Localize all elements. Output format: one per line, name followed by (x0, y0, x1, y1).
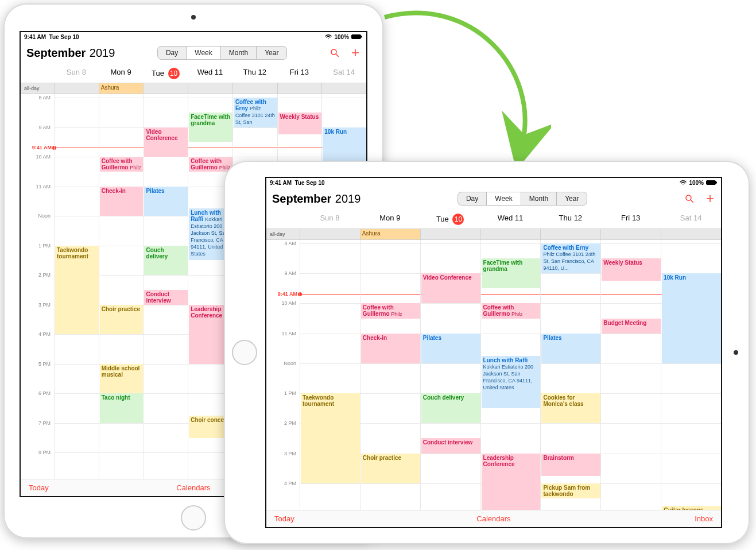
day-column[interactable]: Video ConferencePilatesCouch deliveryCon… (420, 240, 480, 510)
today-button[interactable]: Today (29, 483, 49, 492)
calendar-event[interactable]: Video Conference (144, 127, 188, 157)
add-icon[interactable] (705, 193, 715, 204)
today-button[interactable]: Today (274, 514, 294, 523)
calendar-event[interactable]: Couch delivery (421, 393, 480, 423)
status-bar: 9:41 AM Tue Sep 10100% (21, 32, 366, 41)
search-icon[interactable] (684, 193, 695, 204)
add-icon[interactable] (350, 48, 360, 58)
day-header[interactable]: Wed 11 (188, 64, 232, 83)
calendar-event[interactable]: Brainstorm (541, 454, 600, 476)
calendar-event[interactable]: Choir practice (361, 454, 420, 483)
day-header[interactable]: Thu 12 (232, 64, 277, 83)
seg-week[interactable]: Week (187, 47, 220, 59)
day-header[interactable]: Sun 8 (300, 210, 360, 228)
seg-year[interactable]: Year (257, 47, 286, 59)
calendar-event[interactable]: Weekly Status (602, 258, 661, 281)
home-button[interactable] (181, 505, 206, 530)
calendar-event[interactable]: Pilates (144, 187, 188, 216)
status-date: Tue Sep 10 (49, 34, 79, 40)
calendar-event[interactable]: Conduct interview (144, 290, 188, 305)
calendar-event[interactable]: FaceTime with grandma (189, 113, 232, 142)
calendar-event[interactable]: Guitar lessons (662, 506, 721, 510)
allday-cell (277, 83, 322, 94)
home-button[interactable] (232, 340, 257, 365)
day-column[interactable]: 10k RunGuitar lessons (661, 240, 721, 510)
seg-year[interactable]: Year (557, 192, 587, 205)
allday-cell[interactable]: Ashura (99, 83, 144, 94)
calendar-event[interactable]: Cookies for Monica's class (541, 393, 600, 423)
calendar-event[interactable]: Check-in (100, 187, 144, 216)
inbox-button[interactable]: Inbox (695, 514, 713, 523)
calendar-event[interactable]: Coffee with Guillermo Philz Coffee (100, 157, 144, 172)
seg-month[interactable]: Month (521, 192, 557, 205)
day-column[interactable]: Video ConferencePilatesCouch deliveryCon… (143, 94, 188, 479)
seg-day[interactable]: Day (458, 192, 487, 205)
camera-dot (191, 15, 196, 20)
status-left: 9:41 AM Tue Sep 10 (270, 180, 325, 186)
view-segmented-control[interactable]: DayWeekMonthYear (157, 46, 287, 60)
hour-label: 1 PM (284, 390, 296, 396)
day-headers: Sun 8Mon 9Tue 10Wed 11Thu 12Fri 13Sat 14 (21, 64, 366, 83)
calendar-event[interactable]: Coffee with Guillermo Philz Coffee (361, 303, 420, 318)
calendar-event[interactable]: Pickup Sam from taekwondo (541, 483, 600, 498)
calendar-event[interactable]: FaceTime with grandma (482, 258, 541, 288)
calendar-event[interactable]: Video Conference (421, 273, 480, 303)
day-header[interactable]: Wed 11 (480, 210, 541, 228)
bottom-toolbar: TodayCalendarsInbox (266, 510, 721, 527)
status-right: 100% (325, 34, 363, 40)
battery-icon (706, 180, 718, 185)
calendar-event[interactable]: 10k Run (662, 273, 721, 363)
day-column[interactable]: Taekwondo tournament (300, 240, 360, 510)
day-column[interactable]: Coffee with Guillermo Philz CoffeeCheck-… (360, 240, 420, 510)
status-date: Tue Sep 10 (295, 180, 325, 186)
calendar-event[interactable]: Leadership Conference (482, 454, 541, 510)
calendar-event[interactable]: Coffee with Erny Philz Coffee 3101 24th … (541, 243, 600, 273)
day-column[interactable]: FaceTime with grandmaCoffee with Guiller… (480, 240, 541, 510)
day-header[interactable]: Tue 10 (420, 210, 480, 228)
day-header[interactable]: Fri 13 (600, 210, 661, 228)
calendar-event[interactable]: Pilates (541, 334, 600, 363)
day-column[interactable]: Taekwondo tournament (54, 94, 99, 479)
calendar-grid[interactable]: 8 AM9 AM10 AM11 AMNoon1 PM2 PM3 PM4 PM9:… (266, 240, 721, 510)
view-segmented-control[interactable]: DayWeekMonthYear (458, 192, 587, 206)
day-column[interactable]: Weekly StatusBudget Meeting (600, 240, 661, 510)
day-header[interactable]: Thu 12 (540, 210, 600, 228)
day-header[interactable]: Sat 14 (321, 64, 366, 83)
calendar-event[interactable]: Conduct interview (421, 438, 480, 453)
now-time-label: 9:41 AM (32, 145, 52, 150)
calendar-event[interactable]: Weekly Status (278, 113, 322, 135)
day-header[interactable]: Tue 10 (143, 64, 188, 83)
day-header[interactable]: Sun 8 (54, 64, 99, 83)
calendar-event[interactable]: Lunch with Raffi Kokkari Estiatorio 200 … (482, 356, 541, 408)
calendars-button[interactable]: Calendars (476, 514, 510, 523)
allday-cell (321, 83, 366, 94)
day-header[interactable]: Sat 14 (661, 210, 721, 228)
day-column[interactable]: Coffee with Guillermo Philz CoffeeCheck-… (99, 94, 144, 479)
hour-label: 9 AM (284, 270, 296, 276)
seg-day[interactable]: Day (158, 47, 187, 59)
calendar-event[interactable]: Choir practice (100, 305, 144, 335)
day-header[interactable]: Mon 9 (99, 64, 144, 83)
search-icon[interactable] (329, 48, 340, 58)
time-gutter: 8 AM9 AM10 AM11 AMNoon1 PM2 PM3 PM4 PM5 … (21, 94, 54, 479)
calendar-event[interactable]: Taekwondo tournament (301, 393, 360, 483)
day-column[interactable]: Coffee with Erny Philz Coffee 3101 24th … (540, 240, 600, 510)
allday-cell[interactable]: Ashura (360, 229, 420, 239)
battery-icon (351, 34, 363, 40)
calendar-event[interactable]: Budget Meeting (602, 319, 661, 334)
calendar-event[interactable]: Coffee with Guillermo Philz Coffee (189, 157, 232, 172)
seg-month[interactable]: Month (221, 47, 257, 59)
hour-label: 2 PM (284, 420, 296, 426)
seg-week[interactable]: Week (487, 192, 521, 205)
calendar-event[interactable]: Check-in (361, 334, 420, 363)
calendar-event[interactable]: Taekwondo tournament (55, 246, 99, 335)
calendar-event[interactable]: Couch delivery (144, 246, 188, 276)
calendar-event[interactable]: Pilates (421, 334, 480, 363)
day-header[interactable]: Fri 13 (277, 64, 322, 83)
calendars-button[interactable]: Calendars (176, 483, 210, 492)
calendar-event[interactable]: Taco night (100, 393, 144, 423)
calendar-event[interactable]: Coffee with Erny Philz Coffee 3101 24th … (234, 98, 277, 127)
allday-cell (600, 229, 661, 239)
day-header[interactable]: Mon 9 (360, 210, 420, 228)
calendar-event[interactable]: Coffee with Guillermo Philz Coffee (482, 303, 541, 318)
